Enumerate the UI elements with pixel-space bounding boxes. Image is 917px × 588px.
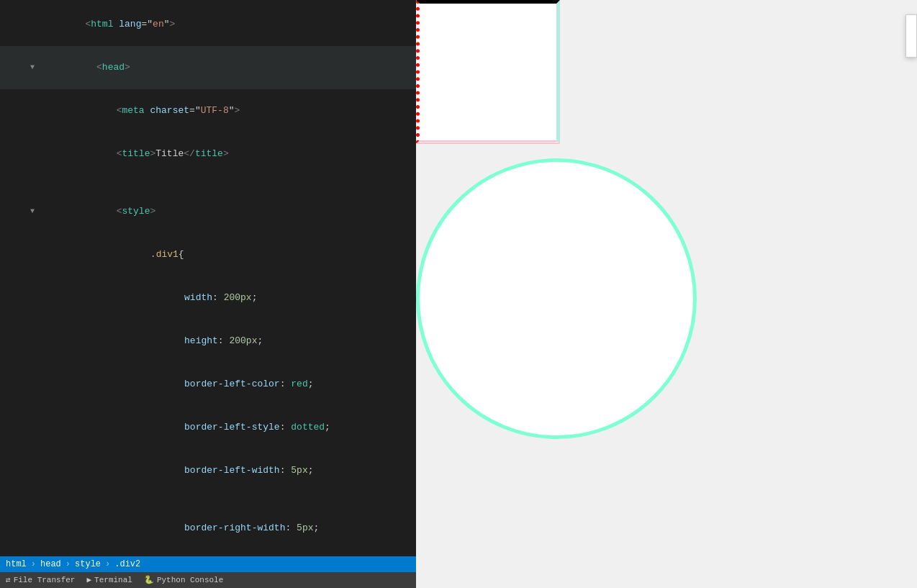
code-line-5: [0, 176, 416, 190]
line-content: [37, 176, 46, 190]
code-line-12: border-left-width: 5px;: [0, 449, 416, 492]
code-line-1: <html lang="en">: [0, 3, 416, 46]
code-line-blank1: [0, 492, 416, 507]
line-content: <head>: [37, 46, 130, 89]
line-content: <html lang="en">: [37, 3, 175, 46]
preview-browser: [416, 0, 917, 588]
breadcrumb-separator-1: ›: [31, 557, 36, 571]
code-line-7: .div1{: [0, 233, 416, 276]
line-content: border-left-width: 5px;: [37, 449, 314, 492]
breadcrumb-bar: html › head › style › .div2: [0, 556, 416, 572]
bottom-toolbar: ⇄ File Transfer ▶ Terminal 🐍 Python Cons…: [0, 572, 416, 588]
toolbar-terminal[interactable]: ▶ Terminal: [86, 573, 132, 587]
code-area[interactable]: <html lang="en"> ▼ <head> <meta charset=…: [0, 0, 416, 556]
breadcrumb-separator-2: ›: [66, 557, 71, 571]
code-line-4: <title>Title</title>: [0, 132, 416, 176]
line-content: border-right-style: solid;: [37, 550, 330, 556]
toolbar-file-transfer[interactable]: ⇄ File Transfer: [6, 573, 75, 587]
line-content: border-right-width: 5px;: [37, 507, 319, 550]
python-console-label: Python Console: [157, 573, 223, 587]
breadcrumb-item-style[interactable]: style: [75, 557, 101, 571]
toolbar-python-console[interactable]: 🐍 Python Console: [144, 573, 223, 587]
file-transfer-icon: ⇄: [6, 573, 11, 587]
line-content: border-left-style: dotted;: [37, 406, 330, 449]
terminal-label: Terminal: [94, 573, 132, 587]
breadcrumb-separator-3: ›: [105, 557, 110, 571]
code-line-14: border-right-style: solid;: [0, 550, 416, 556]
line-content: [37, 492, 46, 507]
file-transfer-label: File Transfer: [14, 573, 76, 587]
preview-content: [416, 0, 917, 588]
code-line-3: <meta charset="UTF-8">: [0, 89, 416, 132]
div2-preview: [416, 158, 697, 439]
line-content: border-left-color: red;: [37, 363, 314, 406]
line-content: .div1{: [37, 233, 184, 276]
python-console-icon: 🐍: [144, 573, 154, 587]
tooltip-box: [905, 14, 917, 58]
line-content: height: 200px;: [37, 320, 263, 363]
terminal-icon: ▶: [86, 573, 91, 587]
breadcrumb-item-div2[interactable]: .div2: [114, 557, 140, 571]
fold-icon: ▼: [27, 204, 37, 219]
fold-icon: ▼: [27, 60, 37, 75]
line-content: <title>Title</title>: [37, 132, 229, 176]
preview-panel: [416, 0, 917, 588]
line-content: <style>: [37, 190, 155, 233]
line-content: width: 200px;: [37, 276, 257, 320]
div1-preview: [416, 0, 560, 144]
code-line-10: border-left-color: red;: [0, 363, 416, 406]
code-line-13: border-right-width: 5px;: [0, 507, 416, 550]
breadcrumb-item-html[interactable]: html: [6, 557, 27, 571]
code-line-9: height: 200px;: [0, 320, 416, 363]
code-line-6: ▼ <style>: [0, 190, 416, 233]
breadcrumb-item-head[interactable]: head: [40, 557, 61, 571]
code-line-11: border-left-style: dotted;: [0, 406, 416, 449]
code-line-2: ▼ <head>: [0, 46, 416, 89]
code-line-8: width: 200px;: [0, 276, 416, 320]
editor-panel: <html lang="en"> ▼ <head> <meta charset=…: [0, 0, 416, 588]
line-content: <meta charset="UTF-8">: [37, 89, 240, 132]
